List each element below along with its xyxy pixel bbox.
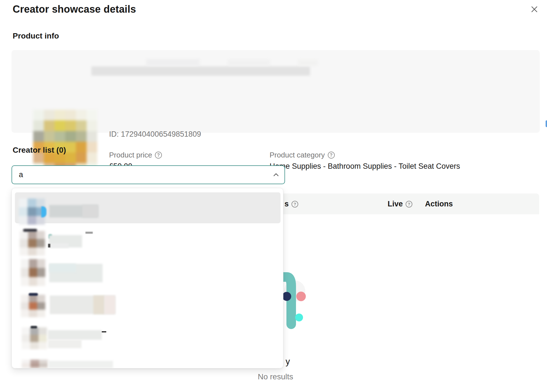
creator-avatar-pixel [39,367,48,368]
product-info-heading: Product info [13,31,59,40]
table-column-live: Live ? [388,200,412,208]
creator-avatar-pixel [37,277,45,286]
product-name-blur-bar [146,59,200,66]
creator-search-input[interactable] [12,170,268,179]
creator-avatar-pixel [22,363,30,367]
creator-name-blur-bar [93,296,105,314]
product-image [33,110,97,174]
creator-option[interactable] [15,293,281,326]
creator-name-blur-bar [48,244,50,247]
product-image-pixel [44,110,55,120]
help-icon[interactable]: ? [328,152,335,159]
product-image-pixel [65,152,76,163]
creator-option[interactable] [15,258,281,293]
creator-search-box[interactable] [12,165,285,184]
creator-avatar-pixel [21,310,29,317]
product-image-pixel [33,131,44,142]
creator-name-blur-bar [105,296,115,314]
product-image-pixel [65,120,76,131]
creator-avatar-pixel [39,363,48,367]
creator-option[interactable] [15,227,281,258]
product-image-pixel [87,110,97,120]
creator-option[interactable] [15,326,281,357]
product-image-pixel [65,110,76,120]
creator-name-blur-bar [48,361,113,368]
creator-avatar-pixel [39,327,47,335]
empty-state-heading-fragment: y [286,357,290,367]
creator-name-blur-bar [85,232,93,234]
creator-option[interactable] [15,192,281,223]
creator-avatar-pixel [30,335,39,342]
product-name-blur-bar [228,60,270,66]
creator-name-blur-bar [41,206,46,217]
creator-avatar-pixel [28,207,36,216]
product-category-label: Product category ? [270,151,335,159]
creator-avatar-pixel [21,277,29,286]
product-image-pixel [76,110,87,120]
product-name-blur-bar [91,66,310,76]
creator-avatar-pixel [37,239,45,247]
product-image-pixel [76,131,87,142]
creator-list-heading: Creator list (0) [13,146,66,155]
creator-name-blur-bar [48,330,102,340]
creator-avatar-pixel [22,360,30,363]
creator-avatar-pixel [30,342,39,349]
product-name-blur-bar [298,60,318,66]
product-image-pixel [76,120,87,131]
creator-avatar-pixel [20,247,28,256]
page-title: Creator showcase details [13,3,136,15]
creator-avatar [20,231,45,256]
creator-avatar-pixel [29,277,37,286]
product-price-label-text: Product price [109,151,152,159]
product-image-pixel [55,120,65,131]
creator-avatar-pixel [39,335,47,342]
creator-avatar-pixel [28,199,36,207]
creator-avatar-pixel [20,231,28,239]
creator-avatar-pixel [36,199,45,207]
creator-avatar-pixel [22,367,30,368]
product-image-pixel [55,110,65,120]
creator-avatar-pixel [37,310,45,317]
product-image-pixel [33,110,44,120]
table-column-actions-text: Actions [425,200,453,208]
creator-avatar-pixel [22,327,30,335]
table-column-partial: s ? [284,200,298,208]
product-image-pixel [87,120,97,131]
creator-avatar-pixel [30,367,39,368]
help-icon[interactable]: ? [155,152,162,159]
help-icon[interactable]: ? [406,201,412,208]
creator-avatar-pixel [19,216,28,225]
creator-avatar [21,295,45,317]
creator-search-dropdown [12,188,283,368]
creator-name-blur-bar [102,331,106,332]
creator-avatar-pixel [30,360,39,363]
help-icon[interactable]: ? [291,201,298,208]
product-image-pixel [65,142,76,152]
chevron-up-icon[interactable] [268,171,284,179]
creator-avatar-pixel [29,268,37,277]
creator-avatar-pixel [30,363,39,367]
creator-avatar-pixel [29,310,37,317]
product-image-pixel [87,131,97,142]
product-image-pixel [55,131,65,142]
creator-avatar-pixel [37,302,45,310]
creator-avatar-pixel [37,268,45,277]
table-column-partial-text: s [284,200,289,208]
creator-avatar-pixel [37,231,45,239]
creator-option[interactable] [15,357,281,368]
clipped-edge-element [546,120,547,127]
creator-avatar-pixel [28,216,36,225]
table-column-live-text: Live [388,200,403,208]
close-icon[interactable] [530,4,539,14]
product-image-pixel [87,142,97,152]
creator-avatar-pixel [28,231,37,239]
creator-name-blur-bar [49,264,76,272]
creator-avatar-pixel [29,302,37,310]
creator-avatar-pixel [37,259,45,268]
creator-avatar-pixel [39,342,47,349]
product-image-pixel [76,142,87,152]
creator-showcase-modal: Creator showcase details Product info ID… [0,0,547,392]
product-image-pixel [44,120,55,131]
product-image-pixel [65,131,76,142]
product-image-pixel [87,152,97,163]
